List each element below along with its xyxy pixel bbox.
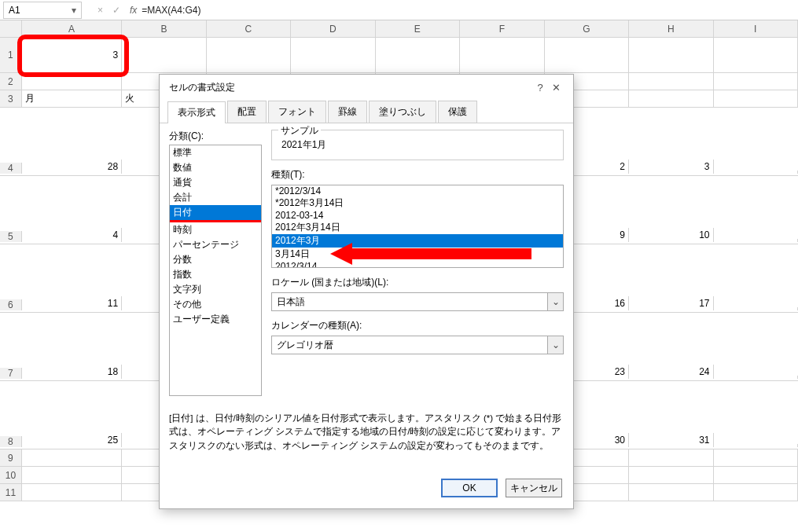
row-header-5[interactable]: 5 xyxy=(0,231,22,242)
calendar-label: カレンダーの種類(A): xyxy=(271,319,564,332)
type-item-1[interactable]: *2012年3月14日 xyxy=(272,196,563,210)
row-header-6[interactable]: 6 xyxy=(0,299,22,310)
category-item-standard[interactable]: 標準 xyxy=(170,145,261,160)
dropdown-chevron-icon[interactable]: ⌄ xyxy=(547,336,563,354)
type-item-5[interactable]: 3月14日 xyxy=(272,248,563,261)
cell-A1[interactable]: 3 xyxy=(22,38,122,72)
category-item-currency[interactable]: 通貨 xyxy=(170,175,261,190)
cell-A2[interactable] xyxy=(22,73,122,90)
row-header-10[interactable]: 10 xyxy=(0,467,22,483)
col-header-A[interactable]: A xyxy=(22,20,122,37)
dialog-help-icon[interactable]: ? xyxy=(532,82,548,94)
row-header-2[interactable]: 2 xyxy=(0,73,22,90)
cell-H8[interactable]: 31 xyxy=(629,433,713,447)
row-header-7[interactable]: 7 xyxy=(0,368,22,379)
category-item-fraction[interactable]: 分数 xyxy=(170,252,261,267)
tab-alignment[interactable]: 配置 xyxy=(227,101,267,123)
col-header-E[interactable]: E xyxy=(376,20,460,37)
name-box-value: A1 xyxy=(9,5,20,16)
category-item-accounting[interactable]: 会計 xyxy=(170,190,261,205)
column-headers: A B C D E F G H I xyxy=(0,20,798,38)
row-header-4[interactable]: 4 xyxy=(0,163,22,174)
cell-H1[interactable] xyxy=(629,38,713,72)
type-item-6[interactable]: 2012/3/14 xyxy=(272,261,563,268)
cell-I1[interactable] xyxy=(714,38,798,72)
row-header-11[interactable]: 11 xyxy=(0,484,22,501)
row-header-9[interactable]: 9 xyxy=(0,449,22,466)
cell-A4[interactable]: 28 xyxy=(22,160,122,174)
tab-fill[interactable]: 塗りつぶし xyxy=(369,101,436,123)
row-header-3[interactable]: 3 xyxy=(0,90,22,107)
category-item-number[interactable]: 数値 xyxy=(170,160,261,175)
cancel-formula-icon[interactable]: × xyxy=(97,5,103,16)
col-header-I[interactable]: I xyxy=(714,20,798,37)
category-item-scientific[interactable]: 指数 xyxy=(170,267,261,282)
fx-icon[interactable]: fx xyxy=(130,5,137,16)
cell-H6[interactable]: 17 xyxy=(629,296,713,310)
row-header-1[interactable]: 1 xyxy=(0,38,22,72)
sample-value: 2021年1月 xyxy=(278,135,557,152)
formula-input[interactable]: =MAX(A4:G4) xyxy=(137,3,798,17)
cell-B1[interactable] xyxy=(122,38,206,72)
cell-C1[interactable] xyxy=(207,38,291,72)
cancel-button[interactable]: キャンセル xyxy=(506,479,562,497)
tab-protection[interactable]: 保護 xyxy=(438,101,477,123)
formula-controls: × ✓ fx xyxy=(97,5,137,16)
confirm-formula-icon[interactable]: ✓ xyxy=(112,5,120,16)
dialog-tabs: 表示形式 配置 フォント 罫線 塗りつぶし 保護 xyxy=(160,101,573,123)
sample-label: サンプル xyxy=(278,124,321,138)
locale-label: ロケール (国または地域)(L): xyxy=(271,276,564,289)
cell-A8[interactable]: 25 xyxy=(22,433,122,447)
tab-border[interactable]: 罫線 xyxy=(328,101,367,123)
name-box-dropdown-icon[interactable]: ▾ xyxy=(72,5,76,16)
type-item-4[interactable]: 2012年3月 xyxy=(272,234,563,248)
cell-H7[interactable]: 24 xyxy=(629,365,713,379)
category-item-text[interactable]: 文字列 xyxy=(170,282,261,297)
category-item-date[interactable]: 日付 xyxy=(170,205,261,222)
tab-number-format[interactable]: 表示形式 xyxy=(167,101,226,123)
type-item-3[interactable]: 2012年3月14日 xyxy=(272,221,563,234)
type-list[interactable]: *2012/3/14 *2012年3月14日 2012-03-14 2012年3… xyxy=(271,185,564,268)
col-header-G[interactable]: G xyxy=(545,20,629,37)
ok-button[interactable]: OK xyxy=(441,479,498,497)
type-item-2[interactable]: 2012-03-14 xyxy=(272,210,563,221)
type-label: 種類(T): xyxy=(271,168,564,182)
cell-A3[interactable]: 月 xyxy=(22,90,122,107)
category-item-custom[interactable]: ユーザー定義 xyxy=(170,312,261,327)
cell-D1[interactable] xyxy=(291,38,375,72)
dropdown-chevron-icon[interactable]: ⌄ xyxy=(547,293,563,310)
col-header-C[interactable]: C xyxy=(207,20,291,37)
type-item-0[interactable]: *2012/3/14 xyxy=(272,185,563,196)
calendar-dropdown[interactable]: グレゴリオ暦 ⌄ xyxy=(271,336,564,354)
cell-F1[interactable] xyxy=(460,38,544,72)
col-header-F[interactable]: F xyxy=(460,20,544,37)
name-box[interactable]: A1 ▾ xyxy=(3,2,82,19)
dialog-title-text: セルの書式設定 xyxy=(169,81,235,94)
category-list[interactable]: 標準 数値 通貨 会計 日付 時刻 パーセンテージ 分数 指数 文字列 その他 … xyxy=(169,145,262,396)
row-header-8[interactable]: 8 xyxy=(0,436,22,447)
cell-E1[interactable] xyxy=(376,38,460,72)
dialog-close-icon[interactable]: ✕ xyxy=(548,82,564,94)
category-item-time[interactable]: 時刻 xyxy=(170,222,261,237)
cell-A5[interactable]: 4 xyxy=(22,228,122,242)
cell-A7[interactable]: 18 xyxy=(22,365,122,379)
cell-H5[interactable]: 10 xyxy=(629,228,713,242)
cell-G1[interactable] xyxy=(545,38,629,72)
calendar-value: グレゴリオ暦 xyxy=(272,336,547,354)
format-cells-dialog: セルの書式設定 ? ✕ 表示形式 配置 フォント 罫線 塗りつぶし 保護 分類(… xyxy=(159,74,574,509)
locale-dropdown[interactable]: 日本語 ⌄ xyxy=(271,292,564,311)
select-all-corner[interactable] xyxy=(0,20,22,37)
cell-H4[interactable]: 3 xyxy=(629,160,713,174)
locale-value: 日本語 xyxy=(272,293,547,310)
category-item-percentage[interactable]: パーセンテージ xyxy=(170,237,261,252)
dialog-buttons: OK キャンセル xyxy=(160,471,573,508)
col-header-H[interactable]: H xyxy=(629,20,713,37)
category-item-special[interactable]: その他 xyxy=(170,297,261,312)
tab-font[interactable]: フォント xyxy=(268,101,326,123)
cell-A6[interactable]: 11 xyxy=(22,296,122,310)
formula-bar: A1 ▾ × ✓ fx =MAX(A4:G4) xyxy=(0,0,798,20)
col-header-D[interactable]: D xyxy=(291,20,375,37)
col-header-B[interactable]: B xyxy=(122,20,206,37)
format-note: [日付] は、日付/時刻のシリアル値を日付形式で表示します。アスタリスク (*)… xyxy=(169,412,564,453)
row-1: 1 3 xyxy=(0,38,798,73)
